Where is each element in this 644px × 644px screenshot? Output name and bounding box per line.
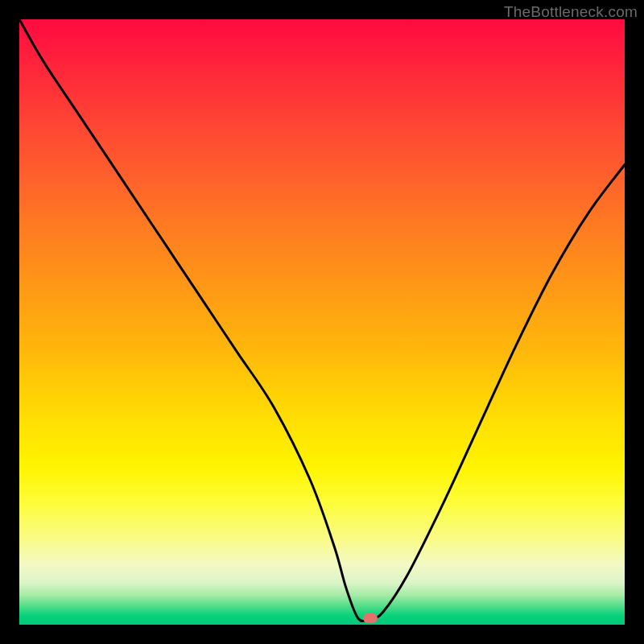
chart-frame: TheBottleneck.com: [0, 0, 644, 644]
plot-area: [19, 19, 625, 625]
bottleneck-curve: [19, 19, 625, 625]
minimum-marker: [363, 613, 378, 623]
watermark-text: TheBottleneck.com: [504, 3, 638, 21]
